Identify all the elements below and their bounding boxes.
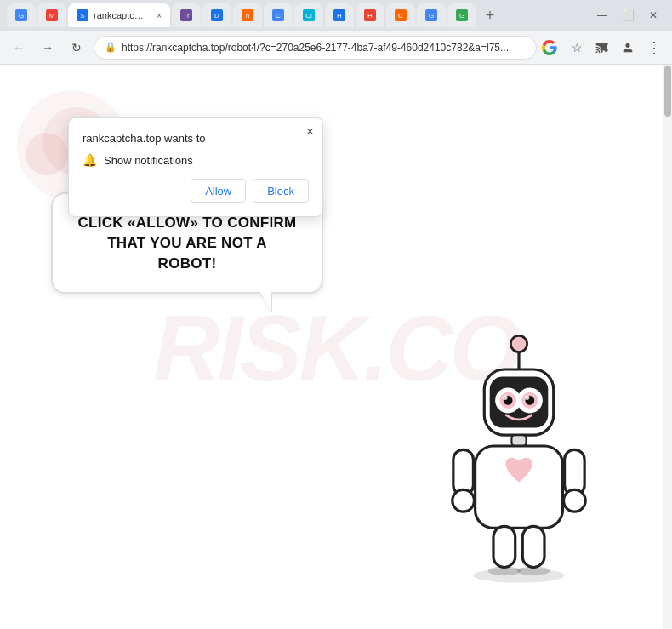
tab-favicon-cl: Cl (303, 9, 315, 21)
svg-rect-19 (522, 526, 544, 567)
toolbar-divider (561, 39, 561, 56)
tab-g2[interactable]: G (417, 3, 446, 27)
popup-close-button[interactable]: × (306, 125, 314, 139)
page-background: RISK.CO CLICK «ALLOW» TO CONFIRM THAT YO… (0, 65, 672, 629)
svg-point-10 (503, 396, 507, 400)
bubble-text: CLICK «ALLOW» TO CONFIRM THAT YOU ARE NO… (77, 213, 298, 273)
tab-favicon-h: h (242, 9, 253, 21)
popup-title: rankcaptcha.top wants to (83, 132, 309, 145)
address-actions: ☆ ⋮ (542, 36, 665, 60)
tab-favicon-h2: H (333, 9, 345, 21)
tab-favicon-tr: Tr (180, 9, 192, 21)
profile-button[interactable] (616, 36, 640, 60)
tab-favicon-c2: C (395, 9, 407, 21)
svg-point-15 (453, 489, 475, 512)
svg-point-1 (510, 335, 527, 352)
tab-bar: G M S rankcaptcha.top × Tr D h C (7, 3, 585, 27)
google-icon (542, 40, 557, 55)
tab-h3[interactable]: H (356, 3, 384, 27)
popup-notification-row: 🔔 Show notifications (83, 153, 309, 167)
menu-button[interactable]: ⋮ (641, 36, 665, 60)
tab-tr[interactable]: Tr (172, 3, 201, 27)
scrollbar-thumb[interactable] (664, 66, 671, 117)
tab-favicon-active: S (77, 9, 88, 21)
tab-favicon-h3: H (364, 9, 376, 21)
bookmark-button[interactable]: ☆ (565, 36, 589, 60)
svg-rect-12 (511, 435, 526, 446)
tab-c2[interactable]: C (386, 3, 415, 27)
block-button[interactable]: Block (253, 179, 309, 203)
tab-d[interactable]: D (202, 3, 231, 27)
refresh-button[interactable]: ↻ (65, 36, 88, 60)
svg-rect-13 (476, 446, 563, 528)
tab-favicon-m: M (46, 9, 58, 21)
url-bar[interactable]: 🔒 https://rankcaptcha.top/robot4/?c=270a… (94, 36, 537, 60)
svg-point-22 (473, 569, 564, 583)
tab-favicon-g3: G (456, 9, 468, 21)
browser-content: RISK.CO CLICK «ALLOW» TO CONFIRM THAT YO… (0, 65, 672, 629)
scrollbar[interactable] (663, 65, 672, 629)
window-controls: — ⬜ ✕ (590, 3, 665, 27)
tab-c1[interactable]: C (264, 3, 293, 27)
robot-illustration (434, 331, 621, 603)
tab-favicon-g: G (15, 9, 27, 21)
back-button[interactable]: ← (7, 36, 31, 60)
address-bar: ← → ↻ 🔒 https://rankcaptcha.top/robot4/?… (0, 31, 672, 65)
active-tab-label: rankcaptcha.top (94, 10, 148, 20)
maximize-button[interactable]: ⬜ (616, 3, 640, 27)
robot-svg (434, 331, 604, 586)
tab-active[interactable]: S rankcaptcha.top × (68, 3, 170, 27)
decoration-circle-3 (26, 133, 68, 175)
tab-h2[interactable]: H (325, 3, 354, 27)
bell-icon: 🔔 (83, 153, 97, 167)
url-text: https://rankcaptcha.top/robot4/?c=270a25… (122, 42, 526, 54)
close-window-button[interactable]: ✕ (641, 3, 665, 27)
notification-popup: × rankcaptcha.top wants to 🔔 Show notifi… (68, 117, 323, 217)
svg-point-17 (564, 489, 586, 512)
tab-g3[interactable]: G (447, 3, 476, 27)
tab-favicon-c1: C (272, 9, 284, 21)
tab-g[interactable]: G (7, 3, 36, 27)
cast-button[interactable] (590, 36, 614, 60)
tab-h[interactable]: h (233, 3, 262, 27)
tab-m[interactable]: M (37, 3, 66, 27)
tab-close-icon[interactable]: × (157, 11, 162, 20)
notification-text: Show notifications (104, 154, 193, 167)
popup-actions: Allow Block (83, 179, 309, 203)
allow-button[interactable]: Allow (191, 179, 246, 203)
minimize-button[interactable]: — (590, 3, 614, 27)
tab-favicon-d: D (211, 9, 223, 21)
tab-cl[interactable]: Cl (294, 3, 323, 27)
chrome-window: G M S rankcaptcha.top × Tr D h C (0, 0, 672, 629)
svg-rect-18 (493, 526, 515, 567)
svg-point-11 (525, 396, 529, 400)
lock-icon: 🔒 (105, 42, 117, 53)
new-tab-button[interactable]: + (478, 3, 502, 27)
forward-button[interactable]: → (36, 36, 60, 60)
title-bar: G M S rankcaptcha.top × Tr D h C (0, 0, 672, 31)
tab-favicon-g2: G (425, 9, 437, 21)
